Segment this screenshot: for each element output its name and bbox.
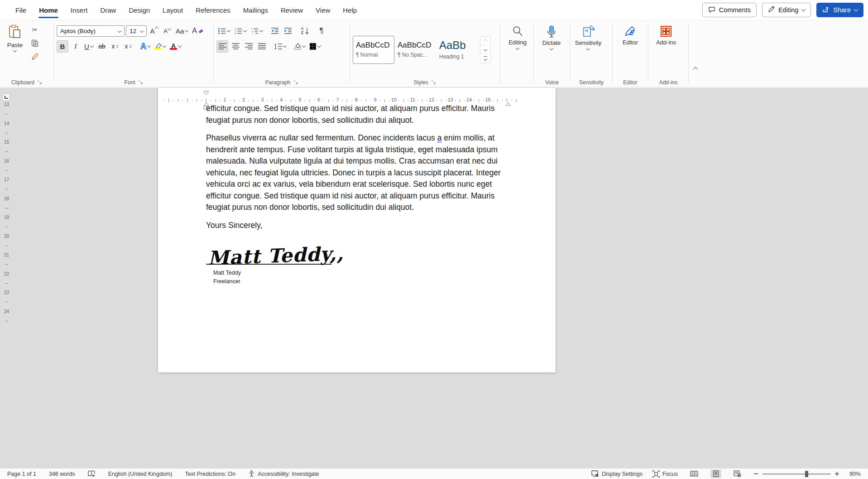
ruler-tick — [178, 99, 178, 102]
tab-references[interactable]: References — [189, 0, 237, 20]
dictate-button[interactable]: Dictate — [537, 23, 566, 50]
paragraph-dialog-launcher-icon[interactable] — [294, 80, 298, 85]
right-indent-marker[interactable] — [505, 102, 511, 106]
paste-button[interactable]: Paste — [3, 23, 27, 76]
format-painter-icon[interactable] — [29, 51, 41, 62]
bullets-button[interactable] — [216, 25, 231, 37]
cut-scissors-icon[interactable]: ✂ — [29, 24, 41, 35]
collapse-ribbon-button[interactable] — [694, 65, 697, 73]
tab-review[interactable]: Review — [274, 0, 309, 20]
web-layout-button[interactable] — [731, 469, 743, 478]
page-indicator[interactable]: Page 1 of 1 — [7, 471, 36, 477]
signer-name[interactable]: Matt Teddy — [213, 269, 505, 277]
ruler-tick — [173, 100, 173, 101]
ruler-tick — [258, 100, 258, 101]
proofing-status[interactable] — [88, 470, 96, 477]
editor-button[interactable]: Editor — [615, 23, 645, 46]
text-predictions[interactable]: Text Predictions: On — [185, 471, 235, 477]
styles-dialog-launcher-icon[interactable] — [432, 80, 436, 85]
ruler-tick — [502, 100, 503, 101]
tab-insert[interactable]: Insert — [64, 0, 94, 20]
sort-button[interactable]: A Z — [299, 25, 311, 37]
text-effects-button[interactable]: A — [139, 40, 152, 53]
numbering-button[interactable]: 123 — [233, 25, 248, 37]
ruler-number: 13 — [4, 102, 9, 107]
align-right-icon — [245, 43, 253, 49]
copy-icon[interactable] — [29, 38, 41, 48]
zoom-slider[interactable] — [762, 474, 830, 474]
font-family-select[interactable]: Aptos (Body) — [57, 25, 125, 37]
align-center-button[interactable] — [230, 40, 241, 53]
vertical-ruler[interactable]: 131415161718192021222324 — [0, 88, 12, 342]
addins-button[interactable]: Add-ins — [651, 23, 681, 46]
signer-title[interactable]: Freelancer — [213, 277, 505, 286]
tab-help[interactable]: Help — [336, 0, 363, 20]
sensitivity-button[interactable]: Sensitivity — [573, 23, 603, 50]
styles-more-button[interactable] — [480, 54, 490, 63]
align-right-button[interactable] — [243, 40, 254, 53]
multilevel-list-button[interactable]: 1ai — [249, 25, 264, 37]
style-normal[interactable]: AaBbCcD ¶ Normal — [353, 36, 394, 64]
style-no-spacing[interactable]: AaBbCcD ¶ No Spac... — [394, 36, 436, 64]
highlight-color-button[interactable] — [153, 40, 167, 53]
paragraph[interactable]: efficitur congue. Sed tristique quam id … — [206, 103, 505, 126]
closing-line[interactable]: Yours Sincerely, — [206, 220, 505, 232]
bold-button[interactable]: B — [57, 40, 68, 53]
shading-button[interactable] — [293, 40, 307, 53]
clear-formatting-button[interactable]: A — [191, 25, 205, 37]
ruler-number: 6 — [317, 97, 320, 102]
line-spacing-button[interactable] — [273, 40, 288, 53]
tab-file[interactable]: File — [9, 0, 33, 20]
accessibility-status[interactable]: Accessibility: Investigate — [248, 470, 319, 477]
zoom-percentage[interactable]: 90% — [849, 471, 861, 477]
zoom-out-icon[interactable] — [753, 471, 758, 476]
language-indicator[interactable]: English (United Kingdom) — [108, 471, 173, 477]
first-line-indent-marker[interactable] — [203, 91, 209, 95]
zoom-slider-thumb[interactable] — [805, 471, 808, 477]
tab-layout[interactable]: Layout — [156, 0, 189, 20]
change-case-button[interactable]: Aa — [174, 25, 189, 37]
word-count[interactable]: 346 words — [49, 471, 75, 477]
strikethrough-button[interactable]: ab — [96, 40, 108, 53]
italic-button[interactable]: I — [70, 40, 82, 53]
superscript-button[interactable]: x2 — [122, 40, 134, 53]
share-button[interactable]: Share — [816, 3, 863, 17]
zoom-in-icon[interactable] — [834, 471, 839, 476]
display-settings-button[interactable]: Display Settings — [591, 470, 643, 477]
print-layout-button[interactable] — [710, 469, 721, 478]
editing-button[interactable]: Editing — [503, 23, 532, 49]
font-dialog-launcher-icon[interactable] — [139, 80, 143, 85]
font-size-select[interactable]: 12 — [126, 25, 147, 37]
read-mode-button[interactable] — [688, 470, 700, 478]
signature-script[interactable]: Matt Teddy,, — [208, 248, 344, 264]
paragraph[interactable]: Phasellus viverra ac nullar sed fermentu… — [206, 132, 505, 213]
tab-home[interactable]: Home — [33, 0, 64, 20]
align-left-button[interactable] — [216, 40, 228, 53]
focus-mode-button[interactable]: Focus — [652, 470, 678, 478]
style-heading1[interactable]: AaBb Heading 1 — [436, 36, 478, 64]
comments-button[interactable]: Comments — [702, 3, 757, 17]
ruler-tick — [380, 100, 380, 101]
grammar-flagged-word[interactable]: a — [437, 133, 442, 142]
share-label: Share — [833, 6, 851, 14]
decrease-indent-button[interactable] — [269, 25, 281, 37]
justify-button[interactable] — [256, 40, 268, 53]
tab-mailings[interactable]: Mailings — [237, 0, 274, 20]
underline-button[interactable]: U — [83, 40, 95, 53]
ruler-tick — [239, 100, 240, 101]
font-color-button[interactable]: A — [168, 40, 182, 53]
styles-scroll-down-button[interactable] — [480, 45, 490, 54]
tab-design[interactable]: Design — [122, 0, 156, 20]
borders-button[interactable] — [308, 40, 322, 53]
subscript-button[interactable]: x2 — [109, 40, 121, 53]
clipboard-dialog-launcher-icon[interactable] — [38, 80, 42, 85]
paragraph-group-label: Paragraph — [265, 79, 290, 86]
shrink-font-button[interactable]: A — [161, 25, 173, 37]
tab-draw[interactable]: Draw — [94, 0, 122, 20]
increase-indent-button[interactable] — [282, 25, 294, 37]
show-formatting-marks-button[interactable]: ¶ — [316, 25, 327, 37]
editing-mode-button[interactable]: Editing — [762, 3, 811, 17]
tab-view[interactable]: View — [309, 0, 336, 20]
styles-scroll-up-button[interactable] — [480, 37, 490, 45]
grow-font-button[interactable]: A — [148, 25, 160, 37]
